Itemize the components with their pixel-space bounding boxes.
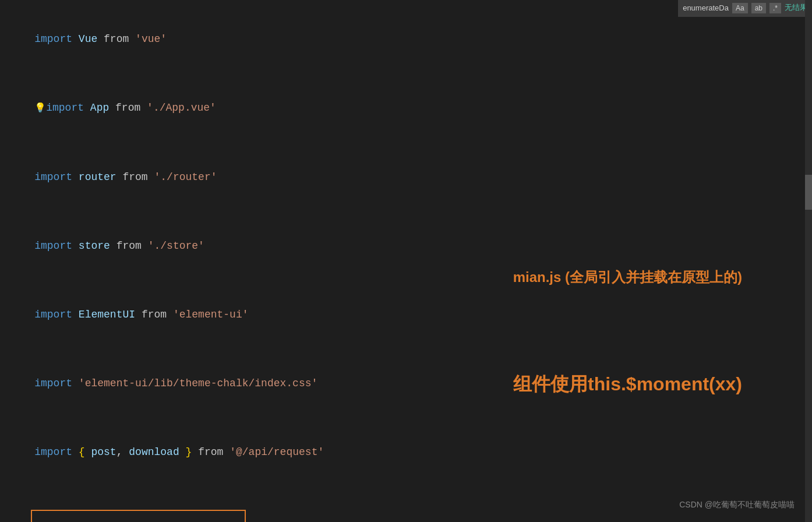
csdn-credit: CSDN @吃葡萄不吐葡萄皮喵喵 [679,500,795,510]
regex-button[interactable]: .* [769,3,781,13]
code-line-4: import ElementUI from 'element-ui' [9,280,812,349]
code-line-6: import { post, download } from '@/api/re… [9,418,812,486]
annotation-component-use: 组件使用this.$moment(xx) [513,372,742,397]
case-sensitive-button[interactable]: Aa [732,3,748,13]
code-line-1: 💡import App from './App.vue' [9,73,812,143]
whole-word-button[interactable]: ab [751,3,766,13]
scrollbar-thumb[interactable] [805,175,812,210]
scrollbar[interactable] [805,0,812,522]
annotation-main-js: mian.js (全局引入并挂载在原型上的) [513,268,742,287]
code-editor: enumerateDa Aa ab .* 无结果 import Vue from… [0,0,812,522]
search-bar[interactable]: enumerateDa Aa ab .* 无结果 [678,0,812,17]
search-result-preview: enumerateDa [683,2,729,15]
code-line-2: import router from './router' [9,143,812,211]
no-result-label: 无结果 [785,2,807,15]
